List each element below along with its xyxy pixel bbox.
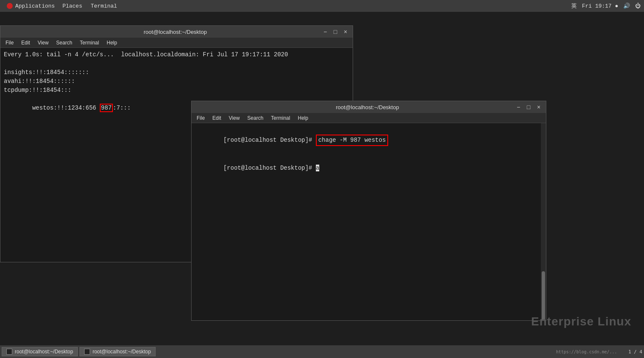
terminal-1-line2: [4, 59, 349, 68]
terminal-2-titlebar[interactable]: root@localhost:~/Desktop − □ ×: [192, 101, 546, 113]
terminal-1-line4: avahi:!!:18454::::::: [4, 77, 349, 86]
volume-icon[interactable]: 🔊: [623, 3, 630, 9]
desktop: root@localhost:~/Desktop − □ × File Edit…: [0, 12, 644, 345]
places-menu[interactable]: Places: [58, 3, 87, 9]
terminal-2-maximize[interactable]: □: [525, 104, 532, 110]
applications-label: Applications: [15, 3, 55, 9]
page-indicator: 1 / 4: [628, 349, 642, 355]
command-highlight: chage -M 987 westos: [316, 135, 389, 146]
terminal-1-menu-terminal[interactable]: Terminal: [77, 39, 102, 47]
terminal-2-close[interactable]: ×: [535, 104, 543, 110]
terminal-2-menu-edit[interactable]: Edit: [209, 114, 225, 122]
terminal-2-content: [root@localhost Desktop]# chage -M 987 w…: [192, 123, 546, 320]
terminal-1-menu-search[interactable]: Search: [53, 39, 76, 47]
terminal-1-title: root@localhost:~/Desktop: [29, 29, 321, 35]
terminal-1-close[interactable]: ×: [342, 29, 349, 35]
terminal-1-maximize[interactable]: □: [332, 29, 339, 35]
terminal-2-menu-search[interactable]: Search: [244, 114, 267, 122]
enterprise-linux-watermark: Enterprise Linux: [531, 315, 631, 328]
taskbar: root@localhost:~/Desktop root@localhost:…: [0, 345, 644, 358]
top-menubar: Applications Places Terminal 英 Fri 19:17…: [0, 0, 644, 12]
scrollbar-thumb[interactable]: [542, 271, 545, 320]
terminal-taskbar-icon-1: [6, 349, 12, 355]
terminal-taskbar-icon-2: [84, 349, 90, 355]
terminal-2-menu-help[interactable]: Help: [294, 114, 312, 122]
terminal-1-menu-view[interactable]: View: [34, 39, 52, 47]
clock: Fri 19:17 ●: [582, 3, 618, 9]
terminal-1-line5: tcpdump:!!:18454:::: [4, 86, 349, 95]
terminal-2-minimize[interactable]: −: [515, 104, 522, 110]
terminal-1-menu-help[interactable]: Help: [103, 39, 121, 47]
power-icon[interactable]: ⏻: [635, 3, 641, 9]
terminal-1-menubar: File Edit View Search Terminal Help: [0, 38, 353, 48]
terminal-2-menu-file[interactable]: File: [193, 114, 208, 122]
taskbar-label-2: root@localhost:~/Desktop: [93, 349, 151, 355]
taskbar-label-1: root@localhost:~/Desktop: [15, 349, 73, 355]
terminal-2-line2: [root@localhost Desktop]# a: [195, 155, 543, 182]
terminal-1-minimize[interactable]: −: [321, 29, 329, 35]
fedora-logo: [7, 3, 13, 9]
language-indicator: 英: [571, 2, 577, 10]
taskbar-item-1[interactable]: root@localhost:~/Desktop: [2, 347, 78, 356]
blog-url: https://blog.csdn.me/...: [556, 350, 617, 354]
terminal-menu[interactable]: Terminal: [86, 3, 121, 9]
terminal-2-menubar: File Edit View Search Terminal Help: [192, 113, 546, 123]
terminal-window-2: root@localhost:~/Desktop − □ × File Edit…: [191, 101, 546, 321]
terminal-1-line3: insights:!!:18454:::::::: [4, 68, 349, 77]
terminal-1-line1: Every 1.0s: tail -n 4 /etc/s... localhos…: [4, 50, 349, 59]
terminal-1-titlebar[interactable]: root@localhost:~/Desktop − □ ×: [0, 26, 353, 38]
terminal-2-menu-view[interactable]: View: [225, 114, 243, 122]
taskbar-item-2[interactable]: root@localhost:~/Desktop: [79, 347, 156, 356]
applications-menu[interactable]: Applications: [3, 3, 58, 9]
terminal-2-menu-terminal[interactable]: Terminal: [268, 114, 293, 122]
terminal-2-title: root@localhost:~/Desktop: [220, 104, 515, 110]
terminal-1-menu-file[interactable]: File: [2, 39, 17, 47]
terminal-2-scrollbar[interactable]: [541, 123, 546, 320]
terminal-1-menu-edit[interactable]: Edit: [18, 39, 33, 47]
taskbar-right: https://blog.csdn.me/... 1 / 4: [556, 349, 642, 355]
value-987-highlight: 987: [100, 104, 113, 112]
terminal-2-line1: [root@localhost Desktop]# chage -M 987 w…: [195, 126, 543, 155]
